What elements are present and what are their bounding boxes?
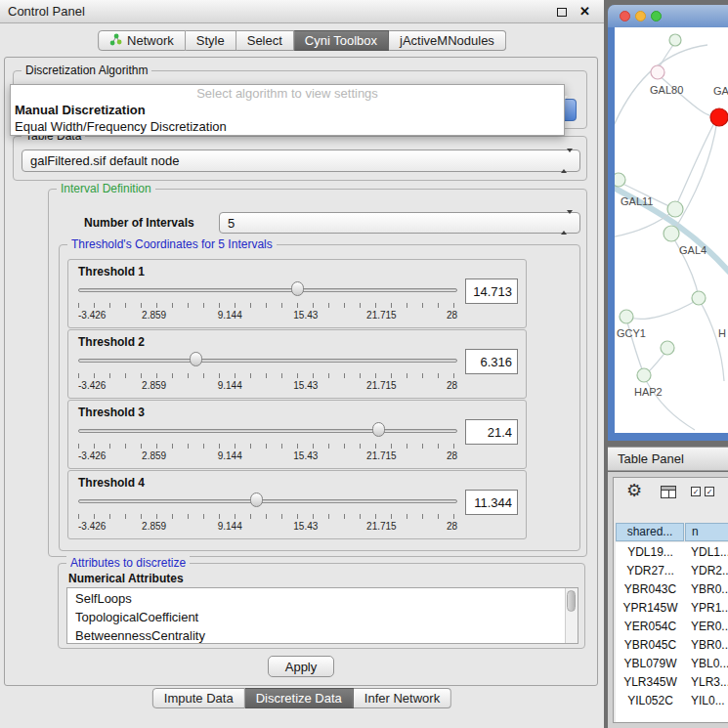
tab-network[interactable]: Network — [98, 30, 186, 51]
table-cell[interactable]: YIL0... — [685, 694, 725, 707]
table-cell[interactable]: YBR0... — [685, 638, 728, 652]
tick-label: 9.144 — [218, 450, 242, 461]
float-window-icon[interactable] — [557, 8, 567, 17]
attribute-list-item[interactable]: BetweennessCentrality — [67, 626, 565, 644]
network-node-selected[interactable] — [710, 108, 728, 126]
tick-label: 21.715 — [366, 380, 397, 391]
table-cell[interactable]: YBL0... — [685, 657, 728, 670]
tab-cyni-toolbox[interactable]: Cyni Toolbox — [294, 30, 389, 51]
tab-label: Network — [127, 33, 174, 48]
table-cell[interactable]: YBR045C — [616, 638, 685, 652]
node-label: GAL80 — [650, 84, 683, 96]
num-intervals-combobox[interactable]: 5 — [219, 212, 580, 234]
list-scrollbar[interactable] — [565, 588, 578, 643]
tab-infer-network[interactable]: Infer Network — [354, 688, 451, 708]
table-data-combobox[interactable]: galFiltered.sif default node — [21, 150, 580, 172]
slider-track[interactable] — [78, 429, 457, 433]
threshold-value-input[interactable] — [465, 490, 518, 515]
apply-button[interactable]: Apply — [268, 656, 334, 677]
table-row[interactable]: YBR045CYBR0... — [616, 635, 728, 654]
tick-label: 2.859 — [142, 310, 166, 321]
combo-value: galFiltered.sif default node — [30, 150, 179, 171]
tick-label: 15.43 — [293, 310, 318, 321]
table-cell[interactable]: YDL19... — [616, 545, 685, 559]
column-header-shared-name[interactable]: shared... — [616, 523, 684, 541]
table-cell[interactable]: YLR3... — [685, 675, 728, 689]
threshold-value-input[interactable] — [465, 278, 518, 304]
slider-track[interactable] — [78, 499, 457, 503]
network-node[interactable] — [651, 65, 664, 79]
column-header-name[interactable]: n — [685, 523, 728, 541]
table-row[interactable]: YER054CYER0... — [616, 617, 728, 635]
table-cell[interactable]: YIL052C — [616, 694, 685, 707]
network-node[interactable] — [664, 226, 679, 241]
threshold-1-box: Threshold 1 -3.4262.8599.14415.4321.7152… — [67, 259, 527, 328]
scrollbar-thumb[interactable] — [567, 590, 576, 612]
tab-style[interactable]: Style — [186, 30, 236, 51]
threshold-slider[interactable] — [78, 352, 457, 369]
table-row[interactable]: YDR27...YDR2... — [616, 561, 728, 579]
threshold-slider[interactable] — [78, 422, 457, 440]
table-cell[interactable]: YDR27... — [616, 564, 685, 578]
table-row[interactable]: YIL052CYIL0... — [616, 691, 728, 709]
slider-track[interactable] — [78, 288, 457, 292]
network-node[interactable] — [615, 173, 625, 187]
threshold-slider[interactable] — [78, 492, 457, 510]
threshold-value-input[interactable] — [465, 349, 518, 374]
table-row[interactable]: YBL079WYBL0... — [616, 654, 728, 672]
table-cell[interactable]: YBR0... — [685, 582, 728, 596]
dropdown-option-equal-width[interactable]: Equal Width/Frequency Discretization — [11, 118, 564, 135]
table-cell[interactable]: YER0... — [685, 620, 728, 633]
tab-jactivemnodules[interactable]: jActiveMNodules — [389, 30, 506, 51]
network-canvas[interactable]: GAL80 GA GAL11 GAL4 GCY1 H HAP2 — [615, 27, 728, 433]
attribute-listbox[interactable]: SelfLoopsTopologicalCoefficientBetweenne… — [66, 587, 578, 644]
columns-icon[interactable] — [661, 486, 676, 498]
tick-label: -3.426 — [78, 380, 106, 391]
threshold-slider[interactable] — [78, 281, 457, 299]
tab-select[interactable]: Select — [236, 30, 294, 51]
network-node[interactable] — [620, 310, 633, 323]
gear-icon[interactable]: ⚙ — [626, 480, 642, 501]
threshold-value-input[interactable] — [465, 419, 518, 445]
close-icon[interactable]: ✕ — [579, 4, 590, 19]
table-cell[interactable]: YER054C — [616, 620, 685, 633]
slider-thumb[interactable] — [190, 352, 202, 366]
table-cell[interactable]: YPR145W — [616, 601, 685, 615]
table-cell[interactable]: YLR345W — [616, 675, 685, 689]
zoom-traffic-light-icon[interactable] — [651, 11, 662, 21]
tick-label: 15.43 — [293, 450, 318, 461]
network-node[interactable] — [669, 34, 681, 46]
minimize-traffic-light-icon[interactable] — [635, 11, 646, 21]
slider-thumb[interactable] — [250, 492, 263, 507]
table-row[interactable]: YBR043CYBR0... — [616, 579, 728, 598]
table-row[interactable]: YLR345WYLR3... — [616, 672, 728, 691]
checkbox-icon[interactable]: ✓ — [691, 487, 701, 496]
network-node[interactable] — [692, 291, 706, 305]
tab-discretize-data[interactable]: Discretize Data — [245, 688, 354, 708]
control-panel: Control Panel ✕ Network Style Select Cyn… — [0, 0, 604, 728]
tick-label: 9.144 — [218, 521, 242, 532]
dropdown-option-manual[interactable]: Manual Discretization — [11, 102, 564, 118]
network-node[interactable] — [667, 201, 683, 217]
table-cell[interactable]: YPR1... — [685, 601, 728, 615]
attribute-list-item[interactable]: SelfLoops — [67, 589, 565, 608]
table-row[interactable]: YDL19...YDL1... — [616, 542, 728, 561]
table-row[interactable]: YPR145WYPR1... — [616, 598, 728, 617]
table-cell[interactable]: YBR043C — [616, 582, 685, 596]
network-node[interactable] — [637, 368, 651, 382]
network-edge — [626, 299, 699, 319]
slider-thumb[interactable] — [372, 422, 385, 437]
table-cell[interactable]: YDR2... — [685, 564, 728, 578]
table-cell[interactable]: YDL1... — [685, 545, 728, 559]
threshold-label: Threshold 4 — [78, 476, 145, 490]
table-data-group: Table Data galFiltered.sif default node — [13, 136, 587, 181]
network-node[interactable] — [661, 341, 674, 355]
tab-impute-data[interactable]: Impute Data — [152, 688, 245, 708]
close-traffic-light-icon[interactable] — [620, 11, 630, 21]
slider-track[interactable] — [78, 359, 457, 363]
slider-thumb[interactable] — [291, 281, 304, 296]
tab-label: Cyni Toolbox — [305, 33, 377, 48]
checkbox-icon[interactable]: ✓ — [705, 487, 714, 496]
table-cell[interactable]: YBL079W — [616, 657, 685, 670]
attribute-list-item[interactable]: TopologicalCoefficient — [67, 608, 565, 626]
